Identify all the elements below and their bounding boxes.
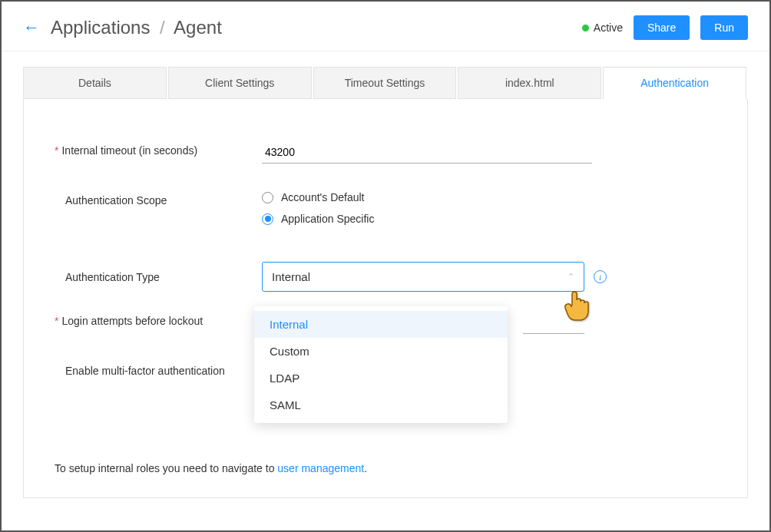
radio-application-specific[interactable]: Application Specific [262, 213, 716, 225]
radio-label: Account's Default [281, 191, 365, 203]
footer-note: To setup internal roles you need to navi… [55, 462, 367, 474]
dropdown-option-internal[interactable]: Internal [254, 311, 508, 338]
dropdown-option-saml[interactable]: SAML [254, 392, 508, 418]
auth-type-dropdown: Internal Custom LDAP SAML [254, 306, 508, 423]
dropdown-option-custom[interactable]: Custom [254, 338, 508, 365]
radio-icon [262, 213, 273, 225]
breadcrumb-separator: / [160, 17, 165, 38]
auth-type-select[interactable]: Internal ⌃ [262, 262, 584, 292]
internal-timeout-input[interactable] [262, 141, 592, 164]
tab-client-settings[interactable]: Client Settings [168, 67, 312, 99]
status-badge: Active [582, 21, 623, 34]
tab-index-html[interactable]: index.html [458, 67, 601, 99]
radio-label: Application Specific [281, 213, 374, 225]
tab-details[interactable]: Details [23, 67, 167, 99]
status-dot-icon [582, 25, 589, 31]
login-attempts-input[interactable] [523, 312, 584, 334]
required-asterisk: * [55, 144, 58, 157]
run-button[interactable]: Run [700, 15, 748, 40]
breadcrumb: Applications / Agent [51, 17, 222, 38]
tab-bar: Details Client Settings Timeout Settings… [23, 67, 748, 99]
radio-icon [262, 192, 273, 203]
status-label: Active [594, 21, 623, 34]
tab-timeout-settings[interactable]: Timeout Settings [313, 67, 457, 99]
login-attempts-label: *Login attempts before lockout [55, 312, 262, 327]
auth-panel: *Internal timeout (in seconds) Authentic… [23, 99, 748, 498]
share-button[interactable]: Share [634, 15, 690, 40]
breadcrumb-page: Agent [174, 17, 222, 38]
auth-scope-label: Authentication Scope [55, 191, 262, 207]
breadcrumb-root[interactable]: Applications [51, 17, 150, 38]
required-asterisk: * [55, 315, 58, 327]
radio-accounts-default[interactable]: Account's Default [262, 191, 716, 203]
tab-authentication[interactable]: Authentication [603, 67, 746, 99]
internal-timeout-label: *Internal timeout (in seconds) [55, 141, 262, 157]
user-management-link[interactable]: user management [277, 462, 364, 474]
auth-type-label: Authentication Type [55, 262, 262, 283]
chevron-up-icon: ⌃ [567, 272, 574, 282]
back-arrow-icon[interactable]: ← [23, 18, 40, 38]
info-icon[interactable]: i [594, 270, 607, 283]
page-header: ← Applications / Agent Active Share Run [2, 2, 769, 51]
auth-type-value: Internal [272, 270, 310, 283]
dropdown-option-ldap[interactable]: LDAP [254, 365, 508, 392]
